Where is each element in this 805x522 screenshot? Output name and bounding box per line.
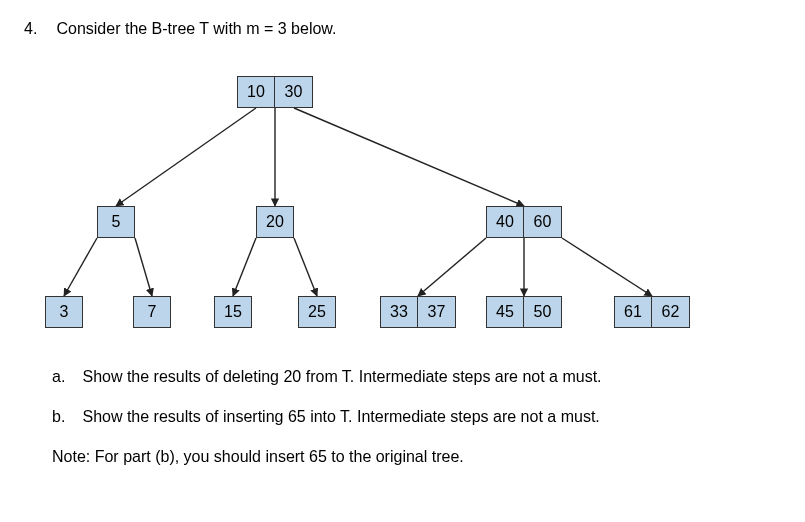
part-b-letter: b.: [52, 408, 78, 426]
key-cell: 40: [486, 206, 524, 238]
node-leaf-45-50: 45 50: [486, 296, 562, 328]
part-a: a. Show the results of deleting 20 from …: [52, 368, 781, 386]
note-text: Note: For part (b), you should insert 65…: [52, 448, 781, 466]
part-b: b. Show the results of inserting 65 into…: [52, 408, 781, 426]
node-mid-right: 40 60: [486, 206, 562, 238]
key-cell: 33: [380, 296, 418, 328]
question-prompt: 4. Consider the B-tree T with m = 3 belo…: [24, 20, 781, 38]
svg-line-3: [64, 238, 97, 296]
svg-line-0: [116, 108, 256, 206]
svg-line-5: [233, 238, 256, 296]
question-text: Consider the B-tree T with m = 3 below.: [56, 20, 336, 37]
key-cell: 15: [214, 296, 252, 328]
key-cell: 50: [524, 296, 562, 328]
key-cell: 20: [256, 206, 294, 238]
node-mid-center: 20: [256, 206, 294, 238]
node-mid-left: 5: [97, 206, 135, 238]
key-cell: 5: [97, 206, 135, 238]
key-cell: 10: [237, 76, 275, 108]
svg-line-4: [135, 238, 152, 296]
key-cell: 45: [486, 296, 524, 328]
svg-line-6: [294, 238, 317, 296]
svg-line-7: [418, 238, 486, 296]
part-a-text: Show the results of deleting 20 from T. …: [82, 368, 601, 385]
key-cell: 30: [275, 76, 313, 108]
key-cell: 3: [45, 296, 83, 328]
node-leaf-15: 15: [214, 296, 252, 328]
part-a-letter: a.: [52, 368, 78, 386]
svg-line-9: [562, 238, 652, 296]
key-cell: 7: [133, 296, 171, 328]
node-root: 10 30: [237, 76, 313, 108]
part-b-text: Show the results of inserting 65 into T.…: [82, 408, 599, 425]
key-cell: 62: [652, 296, 690, 328]
svg-line-2: [294, 108, 524, 206]
question-number: 4.: [24, 20, 52, 38]
node-leaf-7: 7: [133, 296, 171, 328]
key-cell: 37: [418, 296, 456, 328]
key-cell: 60: [524, 206, 562, 238]
btree-diagram: 10 30 5 20 40 60 3 7 15 25 33 37 45 50 6…: [24, 66, 784, 346]
key-cell: 61: [614, 296, 652, 328]
node-leaf-3: 3: [45, 296, 83, 328]
node-leaf-61-62: 61 62: [614, 296, 690, 328]
node-leaf-33-37: 33 37: [380, 296, 456, 328]
key-cell: 25: [298, 296, 336, 328]
node-leaf-25: 25: [298, 296, 336, 328]
